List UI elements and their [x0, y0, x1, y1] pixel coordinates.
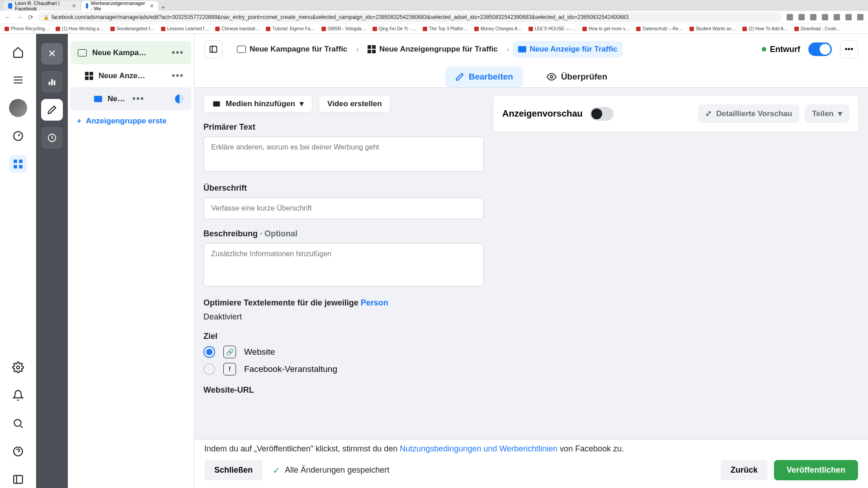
tab-edit[interactable]: Bearbeiten	[445, 66, 523, 87]
browser-tab[interactable]: Leon R. Chaudhari | Facebook✕	[4, 1, 80, 11]
bookmark-item[interactable]: Money Changes A…	[474, 26, 522, 31]
browser-tab[interactable]: Werbeanzeigenmanager - We✕	[81, 1, 158, 11]
description-input[interactable]	[203, 243, 484, 286]
bookmark-item[interactable]: Student Wants an…	[689, 26, 736, 31]
history-icon[interactable]	[41, 127, 63, 149]
tree-campaign[interactable]: Neue Kampa… •••	[71, 41, 191, 64]
terms-text: Indem du auf „Veröffentlichen" klickst, …	[204, 444, 858, 454]
primary-text-input[interactable]	[203, 136, 484, 172]
left-rail	[0, 34, 36, 488]
bookmark-item[interactable]: The Top 3 Platfor…	[423, 26, 468, 31]
bookmark-item[interactable]: Tutorial: Eigene Fa…	[266, 26, 315, 31]
check-icon: ✓	[273, 465, 280, 476]
close-icon[interactable]: ✕	[150, 3, 154, 9]
tree-adset[interactable]: Neue Anze… •••	[71, 64, 191, 87]
close-icon[interactable]: ✕	[72, 3, 76, 9]
status-text: Entwurf	[770, 45, 800, 54]
chart-icon[interactable]	[41, 71, 63, 93]
share-button[interactable]: Teilen▾	[805, 104, 849, 123]
bookmark-item[interactable]: Lessons Learned f…	[161, 26, 209, 31]
headline-input[interactable]	[203, 197, 484, 219]
bottom-bar: Indem du auf „Veröffentlichen" klickst, …	[194, 439, 868, 488]
publish-button[interactable]: Veröffentlichen	[774, 460, 858, 480]
svg-rect-2	[19, 160, 23, 163]
create-video-button[interactable]: Video erstellen	[319, 95, 391, 113]
grid-icon	[368, 45, 376, 53]
url-bar[interactable]: 🔒facebook.com/adsmanager/manage/ads/edit…	[38, 12, 782, 22]
breadcrumb-ad[interactable]: Neue Anzeige für Traffic	[513, 41, 623, 57]
search-icon[interactable]	[9, 414, 27, 432]
reload-icon[interactable]: ⟳	[28, 14, 33, 21]
forward-icon[interactable]: →	[16, 14, 23, 21]
tab-strip: Leon R. Chaudhari | Facebook✕ Werbeanzei…	[0, 0, 868, 11]
ad-icon	[518, 46, 526, 52]
person-link[interactable]: Person	[361, 298, 388, 307]
grid-icon[interactable]	[9, 155, 27, 173]
bookmark-item[interactable]: How to get more v…	[582, 26, 630, 31]
ext-icon[interactable]	[822, 14, 828, 20]
primary-text-label: Primärer Text	[203, 122, 484, 132]
bookmark-item[interactable]: LEE'S HOUSE --- …	[528, 26, 576, 31]
menu-icon[interactable]	[9, 71, 27, 89]
tree-ad[interactable]: Ne…•••	[71, 87, 191, 110]
ext-icon[interactable]	[834, 14, 840, 20]
ext-icon[interactable]	[857, 14, 863, 20]
svg-point-6	[14, 419, 21, 426]
svg-rect-8	[14, 475, 23, 483]
svg-rect-15	[213, 101, 220, 107]
add-media-button[interactable]: Medien hinzufügen▾	[203, 95, 312, 113]
home-icon[interactable]	[9, 43, 27, 61]
more-button[interactable]: •••	[840, 40, 858, 58]
collapse-icon[interactable]	[9, 470, 27, 488]
status-indicator-icon	[175, 94, 184, 103]
bookmark-item[interactable]: GMSN - Vologda…	[321, 26, 366, 31]
preview-toggle[interactable]	[590, 107, 613, 121]
preview-column: Anzeigenvorschau ⤢Detaillierte Vorschau …	[493, 95, 859, 132]
breadcrumb-adset[interactable]: Neue Anzeigengruppe für Traffic	[362, 41, 503, 57]
new-tab-button[interactable]: +	[159, 4, 167, 11]
bookmark-item[interactable]: (2) How To Add A…	[742, 26, 788, 31]
bookmark-item[interactable]: (1) How Working a…	[56, 26, 104, 31]
gauge-icon[interactable]	[9, 127, 27, 145]
gear-icon[interactable]	[9, 358, 27, 376]
avatar[interactable]	[9, 99, 27, 117]
tree-label: Ne…	[108, 94, 125, 103]
bookmark-item[interactable]: Chinese translati…	[215, 26, 259, 31]
bookmark-item[interactable]: Datenschutz – Re…	[636, 26, 683, 31]
bell-icon[interactable]	[9, 386, 27, 404]
edit-icon[interactable]	[41, 99, 63, 121]
target-event-radio[interactable]: f Facebook-Veranstaltung	[203, 363, 484, 375]
optimize-state: Deaktiviert	[203, 312, 484, 322]
ad-icon	[94, 96, 102, 102]
bookmark-item[interactable]: Phone Recycling…	[5, 26, 49, 31]
panel-toggle-button[interactable]	[204, 40, 222, 58]
more-icon[interactable]: •••	[172, 70, 184, 81]
more-icon[interactable]: •••	[132, 94, 145, 104]
tab-review[interactable]: Überprüfen	[537, 66, 617, 87]
detailed-preview-button[interactable]: ⤢Detaillierte Vorschau	[698, 104, 799, 123]
active-toggle[interactable]	[808, 42, 832, 56]
close-button[interactable]: ✕	[41, 43, 63, 65]
target-website-radio[interactable]: 🔗 Website	[203, 346, 484, 358]
close-button[interactable]: Schließen	[204, 460, 263, 480]
ext-icon[interactable]	[845, 14, 852, 20]
more-icon[interactable]: •••	[172, 47, 184, 58]
bookmark-item[interactable]: Download - Cooki…	[794, 26, 841, 31]
help-icon[interactable]	[9, 442, 27, 460]
add-adset-button[interactable]: +Anzeigengruppe erste	[68, 110, 194, 132]
terms-link[interactable]: Nutzungsbedingungen und Werberichtlinien	[400, 444, 557, 453]
saved-indicator: ✓Alle Änderungen gespeichert	[273, 465, 389, 476]
ext-icon[interactable]	[787, 14, 793, 20]
back-button[interactable]: Zurück	[721, 460, 768, 480]
folder-icon	[237, 46, 246, 53]
ext-icon[interactable]	[798, 14, 805, 20]
status-dot-icon	[762, 47, 766, 52]
chevron-right-icon: ›	[356, 46, 359, 53]
svg-rect-4	[19, 165, 23, 169]
ext-icon[interactable]	[810, 14, 816, 20]
bookmark-item[interactable]: Sonderangebot f…	[110, 26, 155, 31]
form-column: Medien hinzufügen▾ Video erstellen Primä…	[203, 95, 484, 488]
breadcrumb-campaign[interactable]: Neue Kampagne für Traffic	[231, 41, 353, 57]
back-icon[interactable]: ←	[5, 14, 11, 21]
bookmark-item[interactable]: Qing Fei De Yi - …	[373, 26, 416, 31]
